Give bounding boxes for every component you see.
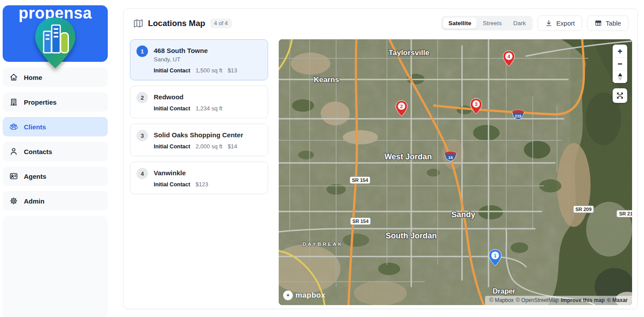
svg-text:1: 1 — [494, 253, 497, 258]
export-button[interactable]: Export — [538, 15, 582, 31]
map-label-south-jordan: South Jordan — [386, 231, 437, 240]
location-list: 1 468 South Towne Sandy, UT Initial Cont… — [130, 39, 268, 200]
location-number-badge: 2 — [136, 92, 148, 103]
style-option-satellite[interactable]: Satellite — [443, 18, 477, 29]
sidebar-item-label: Clients — [24, 123, 46, 131]
gear-icon — [9, 196, 18, 205]
download-icon — [545, 19, 553, 27]
shield-sr21: SR 21 — [617, 210, 632, 217]
map-zoom-control: + − — [613, 45, 627, 83]
location-price: $13 — [227, 67, 237, 74]
mapbox-logo[interactable]: ✦ mapbox — [283, 291, 326, 300]
zoom-out-button[interactable]: − — [613, 57, 627, 70]
location-area: 2,000 sq ft — [196, 143, 223, 150]
count-badge: 4 of 4 — [210, 19, 232, 28]
svg-text:215: 215 — [515, 114, 521, 118]
location-area: 1,234 sq ft — [196, 105, 223, 112]
location-city: Sandy, UT — [154, 56, 237, 63]
svg-text:SR 21: SR 21 — [619, 211, 632, 216]
mapbox-icon: ✦ — [283, 291, 293, 300]
map-attribution: © Mapbox © OpenStreetMap Improve this ma… — [485, 296, 632, 305]
location-card-1[interactable]: 1 468 South Towne Sandy, UT Initial Cont… — [130, 39, 268, 80]
map-container: Taylorsville Kearns West Jordan South Jo… — [279, 39, 632, 305]
fullscreen-icon — [616, 91, 624, 100]
sidebar: propensa Home — [0, 0, 108, 317]
compass-button[interactable] — [613, 70, 627, 83]
location-card-3[interactable]: 3 Solid Oaks Shopping Center Initial Con… — [130, 124, 268, 156]
brand-pin-icon — [32, 16, 79, 70]
sidebar-item-admin[interactable]: Admin — [3, 191, 108, 211]
location-stage: Initial Contact — [154, 106, 190, 112]
style-option-streets[interactable]: Streets — [477, 18, 507, 29]
building-icon — [9, 98, 18, 106]
sidebar-item-label: Admin — [24, 197, 45, 205]
sidebar-item-label: Agents — [24, 173, 46, 180]
page-title: Locations Map — [148, 19, 205, 28]
attribution-maxar-link[interactable]: © Maxar — [607, 297, 628, 303]
svg-text:4: 4 — [508, 54, 511, 59]
location-name: 468 South Towne — [154, 47, 237, 54]
location-price: $123 — [196, 181, 208, 188]
app-window: propensa Home — [0, 0, 644, 317]
sidebar-item-agents[interactable]: Agents — [3, 166, 108, 186]
sidebar-item-home[interactable]: Home — [3, 68, 108, 87]
map-label-kearns: Kearns — [314, 75, 339, 84]
sidebar-item-label: Home — [24, 74, 42, 81]
location-stage: Initial Contact — [154, 143, 190, 150]
attribution-mapbox-link[interactable]: © Mapbox — [489, 297, 514, 303]
map-label-sandy: Sandy — [451, 210, 475, 219]
title-group: Locations Map 4 of 4 — [133, 19, 232, 28]
location-number-badge: 4 — [136, 168, 148, 179]
improve-this-map-link[interactable]: Improve this map — [561, 297, 605, 303]
brand-logo[interactable]: propensa — [3, 5, 108, 62]
sidebar-nav: Home Properties Clients — [3, 68, 108, 211]
svg-text:15: 15 — [448, 155, 453, 160]
compass-north-icon — [618, 73, 622, 76]
map-style-switcher: Satellite Streets Dark — [441, 16, 533, 30]
location-card-4[interactable]: 4 Vanwinkle Initial Contact $123 — [130, 162, 268, 194]
location-number-badge: 3 — [136, 130, 148, 141]
svg-text:2: 2 — [400, 104, 403, 109]
location-name: Vanwinkle — [154, 169, 208, 177]
svg-text:SR 154: SR 154 — [352, 219, 369, 224]
location-name: Redwood — [154, 93, 222, 101]
map-label-daybreak: DAYBREAK — [303, 242, 343, 247]
location-price: $14 — [227, 143, 237, 150]
map-icon — [133, 19, 143, 28]
map-label-draper: Draper — [492, 287, 515, 295]
map-label-taylorsville: Taylorsville — [389, 49, 429, 57]
person-icon — [9, 147, 18, 156]
attribution-osm-link[interactable]: © OpenStreetMap — [516, 297, 559, 303]
sidebar-item-label: Contacts — [24, 148, 52, 155]
svg-text:3: 3 — [475, 102, 477, 107]
id-card-icon — [9, 172, 18, 181]
svg-text:SR 209: SR 209 — [576, 207, 592, 212]
locations-map-card: Locations Map 4 of 4 Satellite Streets D… — [123, 8, 638, 309]
location-name: Solid Oaks Shopping Center — [154, 131, 243, 139]
map-canvas[interactable]: Taylorsville Kearns West Jordan South Jo… — [279, 39, 632, 305]
shield-sr154-lower: SR 154 — [350, 218, 371, 225]
shield-sr154-upper: SR 154 — [350, 177, 370, 184]
location-area: 1,500 sq ft — [196, 67, 223, 74]
home-icon — [9, 73, 18, 82]
sidebar-item-clients[interactable]: Clients — [3, 117, 108, 136]
header-actions: Satellite Streets Dark Export — [441, 15, 629, 31]
mapbox-wordmark: mapbox — [295, 291, 326, 300]
compass-south-icon — [618, 77, 622, 81]
location-stage: Initial Contact — [154, 181, 190, 188]
shield-sr209: SR 209 — [573, 206, 594, 213]
zoom-in-button[interactable]: + — [613, 45, 627, 57]
table-button[interactable]: Table — [587, 15, 629, 31]
sidebar-empty-panel — [3, 216, 108, 317]
location-card-2[interactable]: 2 Redwood Initial Contact 1,234 sq ft — [130, 86, 268, 118]
map-label-west-jordan: West Jordan — [384, 152, 432, 161]
sidebar-item-contacts[interactable]: Contacts — [3, 142, 108, 161]
location-stage: Initial Contact — [154, 68, 190, 74]
sidebar-item-label: Properties — [24, 98, 57, 106]
svg-text:SR 154: SR 154 — [352, 177, 369, 183]
sidebar-item-properties[interactable]: Properties — [3, 92, 108, 112]
clients-icon — [9, 122, 18, 131]
style-option-dark[interactable]: Dark — [508, 18, 531, 29]
table-icon — [595, 19, 602, 27]
fullscreen-button[interactable] — [613, 88, 627, 103]
